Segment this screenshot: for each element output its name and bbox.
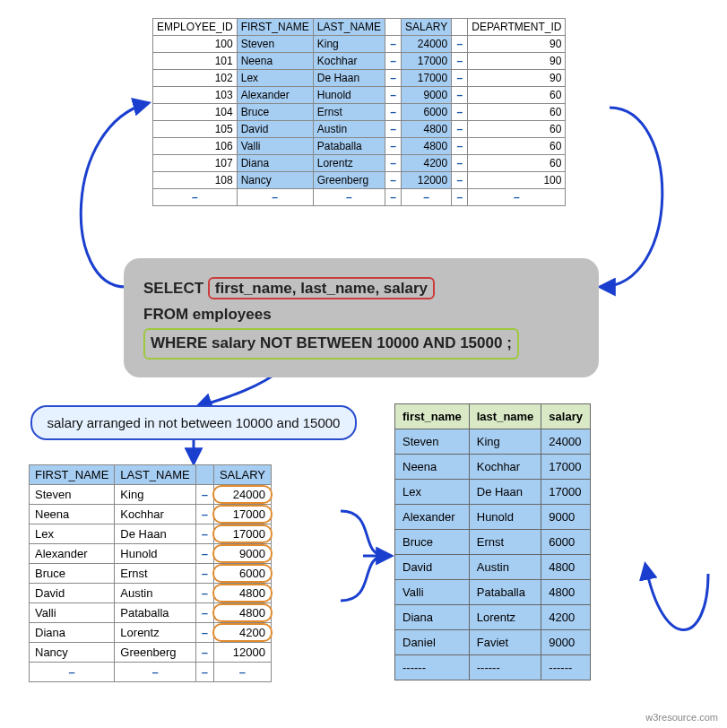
table-header-row: first_name last_name salary [395, 404, 591, 429]
cell-first-name: David [30, 584, 115, 603]
col-salary: SALARY [402, 19, 452, 36]
intermediate-result-table: FIRST_NAME LAST_NAME SALARY StevenKing–2… [29, 464, 272, 682]
table-row: NeenaKochhar–17000 [30, 505, 272, 524]
cell-department-id: 90 [468, 53, 566, 70]
cell-salary: 4800 [402, 121, 452, 138]
cell-salary: 6000 [541, 530, 591, 555]
cell-last-name: Hunold [469, 505, 541, 530]
table-row: StevenKing24000 [395, 429, 591, 455]
cell-last-name: ------ [469, 655, 541, 680]
cell-dash: – [313, 189, 385, 206]
cell-salary: 4200 [541, 605, 591, 630]
cell-first-name: Steven [30, 485, 115, 505]
cell-salary: 9000 [541, 505, 591, 530]
cell-last-name: Hunold [313, 87, 385, 104]
cell-first-name: Nancy [237, 172, 313, 189]
cell-salary: 9000 [402, 87, 452, 104]
col-first-name: FIRST_NAME [30, 465, 115, 485]
cell-first-name: Neena [395, 455, 470, 480]
table-row: ValliPataballa4800 [395, 580, 591, 605]
final-result-table: first_name last_name salary StevenKing24… [394, 403, 591, 680]
cell-salary: 6000 [402, 104, 452, 121]
cell-first-name: Alexander [30, 544, 115, 564]
cell-salary: 17000 [402, 70, 452, 87]
cell-first-name: ------ [395, 655, 470, 680]
cell-first-name: Diana [237, 155, 313, 172]
cell-first-name: Neena [30, 505, 115, 524]
table-row: DianaLorentz–4200 [30, 623, 272, 643]
cell-first-name: Nancy [30, 643, 115, 663]
cell-dash: – [153, 189, 238, 206]
cell-dash: – [402, 189, 452, 206]
sql-where-clause: WHERE salary NOT BETWEEN 10000 AND 15000… [143, 328, 519, 360]
table-row: LexDe Haan–17000 [30, 524, 272, 544]
table-header-row: EMPLOYEE_ID FIRST_NAME LAST_NAME SALARY … [153, 19, 566, 36]
table-row: 104BruceErnst–6000–60 [153, 104, 566, 121]
watermark-text: w3resource.com [645, 712, 718, 723]
cell-department-id: 90 [468, 36, 566, 53]
cell-first-name: Lex [30, 524, 115, 544]
cell-first-name: Bruce [30, 564, 115, 584]
cell-last-name: King [115, 485, 195, 505]
cell-department-id: 60 [468, 104, 566, 121]
cell-salary: 12000 [213, 643, 271, 663]
cell-dash: – [385, 53, 402, 70]
cell-last-name: Lorentz [469, 605, 541, 630]
col-last-name: last_name [469, 404, 541, 429]
table-row: DanielFaviet9000 [395, 630, 591, 655]
cell-dash: – [385, 70, 402, 87]
cell-employee-id: 101 [153, 53, 238, 70]
cell-last-name: Ernst [115, 564, 195, 584]
cell-first-name: Neena [237, 53, 313, 70]
table-row: NancyGreenberg–12000 [30, 643, 272, 663]
table-row: BruceErnst–6000 [30, 564, 272, 584]
table-row: 100StevenKing–24000–90 [153, 36, 566, 53]
cell-dash: – [195, 663, 213, 682]
table-row: DavidAustin–4800 [30, 584, 272, 603]
cell-last-name: Faviet [469, 630, 541, 655]
table-row-ellipsis: –––– [30, 663, 272, 682]
cell-dash: – [195, 524, 213, 544]
col-gap [385, 19, 402, 36]
cell-first-name: Alexander [395, 505, 470, 530]
cell-first-name: Valli [237, 138, 313, 155]
col-department-id: DEPARTMENT_ID [468, 19, 566, 36]
cell-salary: 24000 [402, 36, 452, 53]
sql-line-where: WHERE salary NOT BETWEEN 10000 AND 15000… [143, 328, 579, 360]
cell-dash: – [452, 87, 468, 104]
cell-dash: – [195, 544, 213, 564]
col-salary: SALARY [213, 465, 271, 485]
cell-employee-id: 104 [153, 104, 238, 121]
cell-last-name: Kochhar [313, 53, 385, 70]
cell-last-name: Ernst [469, 530, 541, 555]
cell-first-name: David [395, 555, 470, 580]
cell-employee-id: 103 [153, 87, 238, 104]
table-row: LexDe Haan17000 [395, 480, 591, 505]
cell-dash: – [195, 485, 213, 505]
cell-salary: 4800 [213, 584, 271, 603]
cell-salary: 4800 [541, 555, 591, 580]
cell-dash: – [452, 70, 468, 87]
cell-first-name: Bruce [237, 104, 313, 121]
cell-last-name: King [313, 36, 385, 53]
cell-dash: – [452, 104, 468, 121]
cell-dash: – [452, 172, 468, 189]
cell-first-name: Valli [30, 603, 115, 623]
table-header-row: FIRST_NAME LAST_NAME SALARY [30, 465, 272, 485]
cell-salary: 17000 [213, 505, 271, 524]
sql-line-from: FROM employees [143, 302, 579, 328]
table-row: ValliPataballa–4800 [30, 603, 272, 623]
cell-employee-id: 107 [153, 155, 238, 172]
cell-first-name: Alexander [237, 87, 313, 104]
cell-salary: 24000 [541, 429, 591, 455]
cell-salary: 4200 [402, 155, 452, 172]
cell-department-id: 60 [468, 87, 566, 104]
cell-last-name: De Haan [469, 480, 541, 505]
cell-dash: – [452, 36, 468, 53]
table-row: StevenKing–24000 [30, 485, 272, 505]
cell-first-name: Diana [30, 623, 115, 643]
table-row: ------------------ [395, 655, 591, 680]
cell-dash: – [195, 564, 213, 584]
cell-employee-id: 100 [153, 36, 238, 53]
col-last-name: LAST_NAME [313, 19, 385, 36]
